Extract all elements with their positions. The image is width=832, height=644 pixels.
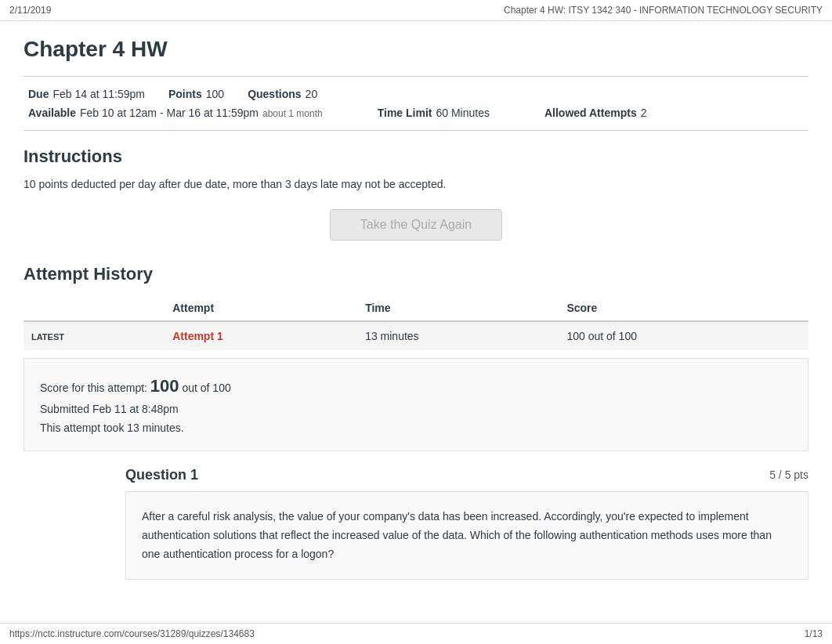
top-course-title: Chapter 4 HW: ITSY 1342 340 - INFORMATIO… xyxy=(504,5,823,16)
attempt-detail-box: Score for this attempt: 100 out of 100 S… xyxy=(24,358,808,451)
latest-badge: LATEST xyxy=(24,321,165,350)
attempt-link[interactable]: Attempt 1 xyxy=(172,330,223,342)
available-note: about 1 month xyxy=(262,108,323,119)
detail-took: This attempt took 13 minutes. xyxy=(40,419,792,438)
attempt-history-title: Attempt History xyxy=(24,264,808,284)
instructions-text: 10 points deducted per day after due dat… xyxy=(24,178,808,190)
question-header: Question 1 5 / 5 pts xyxy=(125,467,808,483)
question-title: Question 1 xyxy=(125,467,198,483)
available-label: Available xyxy=(28,107,76,119)
table-header-row: Attempt Time Score xyxy=(24,295,808,321)
instructions-title: Instructions xyxy=(24,147,808,167)
question-body: After a careful risk analysis, the value… xyxy=(125,491,808,580)
meta-row-2: Available Feb 10 at 12am - Mar 16 at 11:… xyxy=(24,103,808,122)
allowed-value: 2 xyxy=(641,107,647,119)
col-header-score: Score xyxy=(559,295,808,321)
detail-submitted: Submitted Feb 11 at 8:48pm xyxy=(40,400,792,419)
points-value: 100 xyxy=(206,88,224,100)
col-header-badge xyxy=(24,295,165,321)
attempt-score: 100 out of 100 xyxy=(559,321,808,350)
question-pts: 5 / 5 pts xyxy=(769,469,808,481)
attempt-time: 13 minutes xyxy=(357,321,559,350)
top-bar: 2/11/2019 Chapter 4 HW: ITSY 1342 340 - … xyxy=(0,0,832,21)
attempt-link-cell[interactable]: Attempt 1 xyxy=(165,321,357,350)
meta-points: Points 100 xyxy=(168,88,224,100)
table-row: LATEST Attempt 1 13 minutes 100 out of 1… xyxy=(24,321,808,350)
available-value: Feb 10 at 12am - Mar 16 at 11:59pm xyxy=(80,107,259,119)
main-content: Chapter 4 HW Due Feb 14 at 11:59pm Point… xyxy=(0,21,832,595)
due-value: Feb 14 at 11:59pm xyxy=(52,88,145,100)
meta-bar: Due Feb 14 at 11:59pm Points 100 Questio… xyxy=(24,76,808,131)
questions-value: 20 xyxy=(306,88,318,100)
top-date: 2/11/2019 xyxy=(9,5,51,16)
meta-row-1: Due Feb 14 at 11:59pm Points 100 Questio… xyxy=(24,85,808,103)
attempt-table: Attempt Time Score LATEST Attempt 1 13 m… xyxy=(24,295,808,350)
col-header-attempt: Attempt xyxy=(165,295,357,321)
question-section: Question 1 5 / 5 pts After a careful ris… xyxy=(125,467,808,580)
allowed-label: Allowed Attempts xyxy=(544,107,637,119)
points-label: Points xyxy=(168,88,202,100)
meta-questions: Questions 20 xyxy=(248,88,317,100)
due-label: Due xyxy=(28,88,49,100)
detail-score-line: Score for this attempt: 100 out of 100 xyxy=(40,371,792,400)
timelimit-value: 60 Minutes xyxy=(436,107,489,119)
page-title: Chapter 4 HW xyxy=(24,37,808,62)
detail-score-label: Score for this attempt: xyxy=(40,382,147,394)
detail-score-big: 100 xyxy=(150,376,179,396)
col-header-time: Time xyxy=(357,295,559,321)
questions-label: Questions xyxy=(248,88,301,100)
meta-allowed: Allowed Attempts 2 xyxy=(544,107,647,119)
meta-available: Available Feb 10 at 12am - Mar 16 at 11:… xyxy=(28,107,323,119)
timelimit-label: Time Limit xyxy=(378,107,432,119)
detail-score-out-of: out of 100 xyxy=(182,382,230,394)
take-quiz-again-button[interactable]: Take the Quiz Again xyxy=(330,209,502,241)
question-text: After a careful risk analysis, the value… xyxy=(142,508,792,563)
meta-due: Due Feb 14 at 11:59pm xyxy=(28,88,145,100)
meta-timelimit: Time Limit 60 Minutes xyxy=(378,107,490,119)
